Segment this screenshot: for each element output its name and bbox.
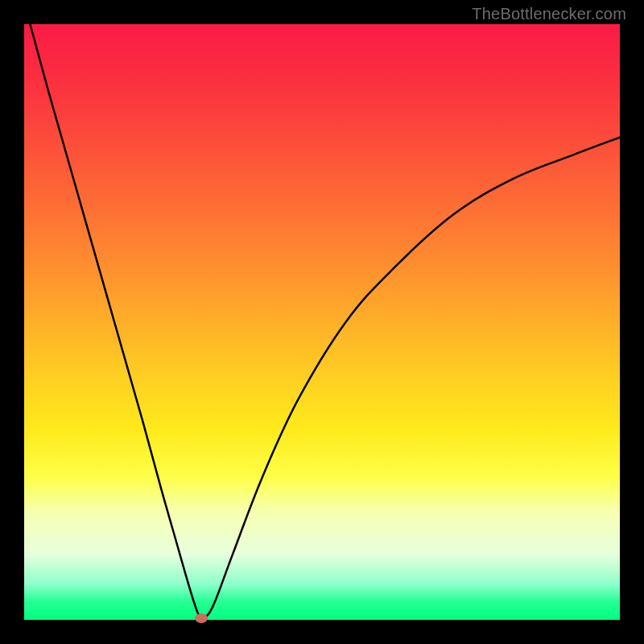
bottleneck-curve: [24, 24, 620, 620]
chart-frame: TheBottlenecker.com: [0, 0, 644, 644]
optimal-point-marker: [195, 613, 208, 623]
curve-path: [30, 24, 620, 619]
watermark-text: TheBottlenecker.com: [472, 5, 626, 23]
